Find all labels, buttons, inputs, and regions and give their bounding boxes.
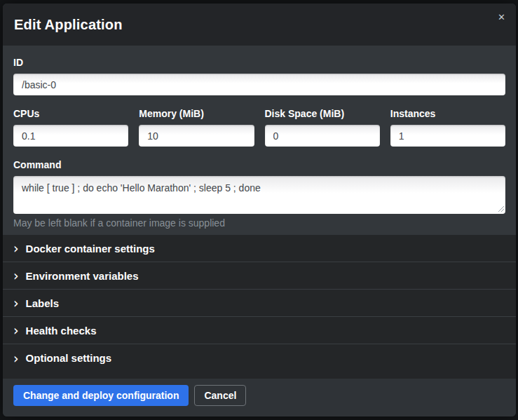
section-label: Environment variables [26,270,139,282]
section-labels[interactable]: › Labels [3,290,516,317]
change-and-deploy-button[interactable]: Change and deploy configuration [13,385,189,406]
instances-label: Instances [390,108,505,120]
command-textarea-wrap: while [ true ] ; do echo 'Hello Marathon… [13,176,505,214]
memory-label: Memory (MiB) [139,108,254,120]
disk-label: Disk Space (MiB) [265,108,380,120]
chevron-right-icon: › [13,325,19,335]
cancel-button[interactable]: Cancel [194,385,246,406]
section-label: Labels [26,297,60,309]
section-label: Docker container settings [26,243,155,255]
section-environment-variables[interactable]: › Environment variables [3,262,516,290]
screen-backdrop: Edit Application ✕ ID CPUs Memory (MiB) … [0,0,518,420]
chevron-right-icon: › [13,353,19,363]
section-label: Optional settings [26,352,112,364]
modal-footer: Change and deploy configuration Cancel [3,379,516,416]
disk-input[interactable] [265,125,380,147]
command-field-group: Command while [ true ] ; do echo 'Hello … [13,159,505,229]
instances-input[interactable] [390,125,505,147]
application-form: ID CPUs Memory (MiB) Disk Space (MiB) In [3,46,516,235]
cpus-field-group: CPUs [13,108,128,147]
section-health-checks[interactable]: › Health checks [3,317,516,344]
chevron-right-icon: › [13,243,19,253]
chevron-right-icon: › [13,298,19,308]
section-optional-settings[interactable]: › Optional settings [3,344,516,372]
modal-title: Edit Application [14,17,123,33]
section-docker-container-settings[interactable]: › Docker container settings [3,235,516,262]
command-help-text: May be left blank if a container image i… [13,217,505,229]
cpus-label: CPUs [13,108,128,120]
resources-row: CPUs Memory (MiB) Disk Space (MiB) Insta… [13,108,505,147]
instances-field-group: Instances [390,108,505,147]
id-input[interactable] [13,74,505,95]
command-label: Command [13,159,505,171]
close-icon[interactable]: ✕ [498,13,505,22]
cpus-input[interactable] [13,125,128,147]
disk-field-group: Disk Space (MiB) [265,108,380,147]
id-label: ID [13,57,505,69]
memory-field-group: Memory (MiB) [139,108,254,147]
chevron-right-icon: › [13,271,19,280]
section-label: Health checks [26,325,97,337]
collapsible-sections: › Docker container settings › Environmen… [3,235,516,379]
memory-input[interactable] [139,125,254,147]
modal-header: Edit Application ✕ [3,4,516,46]
id-field-group: ID [13,57,505,95]
edit-application-modal: Edit Application ✕ ID CPUs Memory (MiB) … [3,4,516,416]
command-textarea[interactable]: while [ true ] ; do echo 'Hello Marathon… [13,176,505,214]
